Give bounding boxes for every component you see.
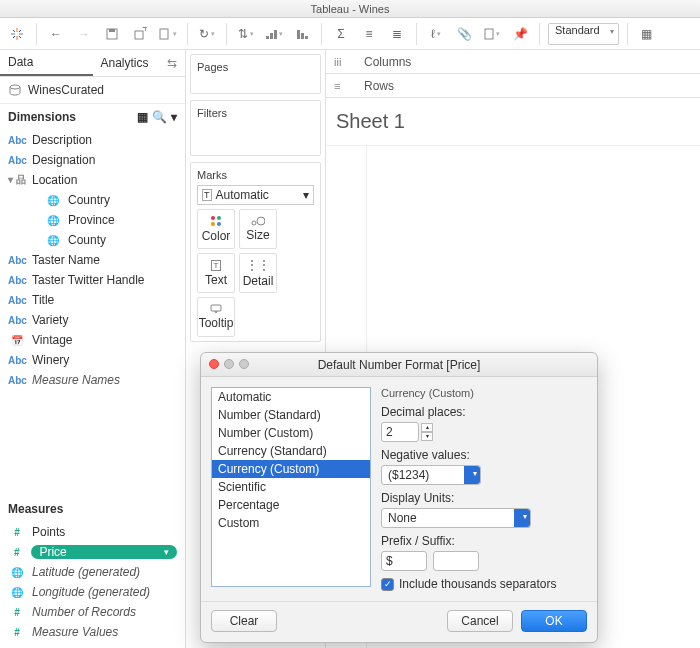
- svg-point-21: [211, 216, 215, 220]
- clear-button[interactable]: Clear: [211, 610, 277, 632]
- detail-icon: ⋮⋮: [246, 258, 270, 272]
- pin-button[interactable]: 📌: [509, 23, 531, 45]
- marks-type-select[interactable]: TAutomatic▾: [197, 185, 314, 205]
- save-button[interactable]: [101, 23, 123, 45]
- datasource-icon: [8, 83, 22, 97]
- label-button[interactable]: [481, 23, 503, 45]
- format-number-standard-[interactable]: Number (Standard): [212, 406, 370, 424]
- new-worksheet-button[interactable]: [157, 23, 179, 45]
- format-number-custom-[interactable]: Number (Custom): [212, 424, 370, 442]
- forward-button[interactable]: →: [73, 23, 95, 45]
- prefix-label: Prefix / Suffix:: [381, 534, 587, 548]
- measures-list: #Points#Price▾🌐Latitude (generated)🌐Long…: [0, 520, 185, 648]
- cancel-button[interactable]: Cancel: [447, 610, 513, 632]
- tab-analytics[interactable]: Analytics⇆: [93, 50, 186, 76]
- svg-point-20: [10, 85, 20, 89]
- new-datasource-button[interactable]: +: [129, 23, 151, 45]
- show-me-button[interactable]: ▦: [636, 23, 658, 45]
- format-scientific[interactable]: Scientific: [212, 478, 370, 496]
- marks-card: Marks TAutomatic▾ Color Size TText ⋮⋮Det…: [190, 162, 321, 342]
- swap-button[interactable]: ⇅: [235, 23, 257, 45]
- field-county[interactable]: 🌐County: [0, 230, 185, 250]
- undo-button[interactable]: ↻: [196, 23, 218, 45]
- pages-card[interactable]: Pages: [190, 54, 321, 94]
- sheet-title[interactable]: Sheet 1: [326, 98, 700, 146]
- decimal-input[interactable]: [381, 422, 419, 442]
- prefix-input[interactable]: [381, 551, 427, 571]
- sort-asc-button[interactable]: [263, 23, 285, 45]
- rows-icon: ≡: [334, 80, 354, 92]
- filters-card[interactable]: Filters: [190, 100, 321, 156]
- format-percentage[interactable]: Percentage: [212, 496, 370, 514]
- field-province[interactable]: 🌐Province: [0, 210, 185, 230]
- decimal-step-down[interactable]: ▾: [421, 432, 433, 441]
- field-latitude-generated-[interactable]: 🌐Latitude (generated): [0, 562, 185, 582]
- format-heading: Currency (Custom): [381, 387, 587, 399]
- marks-detail[interactable]: ⋮⋮Detail: [239, 253, 277, 293]
- minimize-icon: [224, 359, 234, 369]
- field-description[interactable]: AbcDescription: [0, 130, 185, 150]
- rows-shelf[interactable]: ≡Rows: [326, 74, 700, 98]
- tab-data[interactable]: Data: [0, 50, 93, 76]
- field-title[interactable]: AbcTitle: [0, 290, 185, 310]
- field-number-of-records[interactable]: #Number of Records: [0, 602, 185, 622]
- format-automatic[interactable]: Automatic: [212, 388, 370, 406]
- format-list[interactable]: AutomaticNumber (Standard)Number (Custom…: [211, 387, 371, 587]
- field-designation[interactable]: AbcDesignation: [0, 150, 185, 170]
- marks-size-label: Size: [246, 228, 269, 242]
- fit-selector[interactable]: Standard: [548, 23, 619, 45]
- tooltip-icon: [210, 304, 222, 314]
- text-right-button[interactable]: ≣: [386, 23, 408, 45]
- marks-type-label: Automatic: [216, 188, 269, 202]
- svg-rect-18: [305, 36, 308, 39]
- window-titlebar: Tableau - Wines: [0, 0, 700, 18]
- svg-rect-19: [485, 29, 493, 39]
- menu-icon[interactable]: ▾: [171, 110, 177, 124]
- field-taster-twitter-handle[interactable]: AbcTaster Twitter Handle: [0, 270, 185, 290]
- decimal-step-up[interactable]: ▴: [421, 423, 433, 432]
- negative-select[interactable]: ($1234)▾: [381, 465, 481, 485]
- svg-point-24: [217, 222, 221, 226]
- format-currency-standard-[interactable]: Currency (Standard): [212, 442, 370, 460]
- svg-rect-15: [274, 30, 277, 39]
- view-icon[interactable]: ▦: [137, 110, 148, 124]
- number-format-dialog: Default Number Format [Price] AutomaticN…: [200, 352, 598, 643]
- marks-color-label: Color: [202, 229, 231, 243]
- marks-text[interactable]: TText: [197, 253, 235, 293]
- tableau-logo-icon[interactable]: [6, 23, 28, 45]
- field-vintage[interactable]: 📅Vintage: [0, 330, 185, 350]
- field-winery[interactable]: AbcWinery: [0, 350, 185, 370]
- toolbar: ← → + ↻ ⇅ Σ ≡ ≣ ℓ 📎 📌 Standard ▦: [0, 18, 700, 50]
- marks-size[interactable]: Size: [239, 209, 277, 249]
- field-measure-values[interactable]: #Measure Values: [0, 622, 185, 642]
- back-button[interactable]: ←: [45, 23, 67, 45]
- close-icon[interactable]: [209, 359, 219, 369]
- field-price[interactable]: #Price▾: [0, 542, 185, 562]
- marks-color[interactable]: Color: [197, 209, 235, 249]
- units-select[interactable]: None▾: [381, 508, 531, 528]
- field-measure-names[interactable]: AbcMeasure Names: [0, 370, 185, 390]
- field-points[interactable]: #Points: [0, 522, 185, 542]
- field-location[interactable]: ▾ 品Location: [0, 170, 185, 190]
- field-longitude-generated-[interactable]: 🌐Longitude (generated): [0, 582, 185, 602]
- attach-button[interactable]: 📎: [453, 23, 475, 45]
- datasource-name: WinesCurated: [28, 83, 104, 97]
- highlight-button[interactable]: ℓ: [425, 23, 447, 45]
- columns-shelf[interactable]: iiiColumns: [326, 50, 700, 74]
- suffix-input[interactable]: [433, 551, 479, 571]
- field-country[interactable]: 🌐Country: [0, 190, 185, 210]
- marks-tooltip[interactable]: Tooltip: [197, 297, 235, 337]
- totals-button[interactable]: Σ: [330, 23, 352, 45]
- search-icon[interactable]: 🔍: [152, 110, 167, 124]
- field-taster-name[interactable]: AbcTaster Name: [0, 250, 185, 270]
- svg-point-23: [211, 222, 215, 226]
- ok-button[interactable]: OK: [521, 610, 587, 632]
- field-variety[interactable]: AbcVariety: [0, 310, 185, 330]
- text-left-button[interactable]: ≡: [358, 23, 380, 45]
- format-custom[interactable]: Custom: [212, 514, 370, 532]
- datasource-row[interactable]: WinesCurated: [0, 77, 185, 104]
- sort-desc-button[interactable]: [291, 23, 313, 45]
- thousands-checkbox[interactable]: ✓ Include thousands separators: [381, 577, 587, 591]
- negative-label: Negative values:: [381, 448, 587, 462]
- format-currency-custom-[interactable]: Currency (Custom): [212, 460, 370, 478]
